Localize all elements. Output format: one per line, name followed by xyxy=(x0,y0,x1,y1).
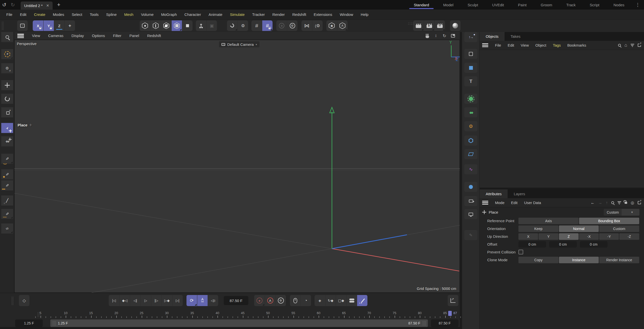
object-manager-menu-item[interactable]: View xyxy=(517,43,532,47)
object-manager-menu-item[interactable]: File xyxy=(492,43,504,47)
layout-overflow-menu-icon[interactable]: ⋮ xyxy=(631,2,644,8)
spline-sketch-icon[interactable] xyxy=(1,223,13,234)
sphere-primitive-icon[interactable] xyxy=(464,94,477,104)
timeline-grip[interactable] xyxy=(11,297,13,305)
history-forward-icon[interactable]: → xyxy=(598,201,602,205)
menu-item[interactable]: Select xyxy=(68,12,86,17)
scale-key-icon[interactable]: ▢◆ xyxy=(336,295,346,306)
orientation-normal-button[interactable]: Normal xyxy=(559,225,599,232)
parameter-key-icon[interactable] xyxy=(346,295,357,306)
orientation-keep-button[interactable]: Keep xyxy=(518,225,558,232)
keying-settings-gear-icon[interactable]: ⚙ xyxy=(275,295,286,306)
menu-item[interactable]: Extensions xyxy=(310,12,336,17)
reference-point-bounding-box-button[interactable]: Bounding Box xyxy=(579,218,639,224)
render-settings-icon[interactable]: ⚙ xyxy=(434,20,445,31)
menu-item[interactable]: Animate xyxy=(205,12,226,17)
live-selection-icon[interactable] xyxy=(1,49,13,59)
add-tab-button[interactable]: + xyxy=(57,2,60,8)
mograph-spline-icon[interactable] xyxy=(464,164,477,174)
camera-selector[interactable]: Default Camera ▾ xyxy=(219,41,259,47)
offset-z-field[interactable]: 0 cm xyxy=(580,241,608,248)
x-axis-lock-button[interactable]: X xyxy=(33,20,43,31)
mode-dropdown[interactable]: Custom ▼ xyxy=(604,209,639,216)
filter-icon[interactable] xyxy=(631,44,634,47)
clone-mode-copy-button[interactable]: Copy xyxy=(518,257,558,263)
attribute-manager-tab[interactable]: Attributes xyxy=(480,189,508,198)
offset-x-field[interactable]: 0 cm xyxy=(518,241,546,248)
search-icon[interactable] xyxy=(611,201,614,204)
viewport-menu-item[interactable]: View xyxy=(28,34,44,38)
object-manager-tab[interactable]: Takes xyxy=(505,32,526,41)
playhead-marker[interactable] xyxy=(448,311,452,316)
view-type-label[interactable]: Perspective xyxy=(17,42,36,46)
layout-tab[interactable]: Groom xyxy=(534,0,559,10)
viewport-menu-item[interactable]: Display xyxy=(67,34,88,38)
workplane-icon[interactable]: ▣ xyxy=(206,20,217,31)
dynamic-place-tool-icon[interactable] xyxy=(1,136,13,146)
range-left-grip[interactable] xyxy=(52,321,56,325)
solo-eye-hexagon-icon[interactable]: ◉ xyxy=(326,20,337,31)
layout-tab[interactable]: UVEdit xyxy=(485,0,511,10)
display-icon[interactable] xyxy=(464,209,477,219)
detach-panel-icon[interactable] xyxy=(638,44,641,47)
dolly-zoom-icon[interactable]: ↕ xyxy=(433,33,439,38)
soft-selection-settings-icon[interactable]: ⚙ xyxy=(287,20,297,31)
lock-icon[interactable] xyxy=(625,202,627,204)
detach-panel-icon[interactable] xyxy=(638,201,641,204)
move-tool-icon[interactable] xyxy=(1,80,13,90)
up-direction-y-button[interactable]: Y xyxy=(539,233,558,240)
layout-tab[interactable]: Sculpt xyxy=(461,0,485,10)
render-view-icon[interactable] xyxy=(413,20,424,31)
panel-divider[interactable] xyxy=(460,32,462,329)
menu-item[interactable]: MoGraph xyxy=(157,12,181,17)
commander-search-icon[interactable] xyxy=(1,32,13,42)
up-direction-neg-z-button[interactable]: -Z xyxy=(619,233,639,240)
search-icon[interactable] xyxy=(618,44,621,47)
home-icon[interactable]: ⌂ xyxy=(624,43,627,48)
redo-icon[interactable]: ↻ xyxy=(9,1,17,9)
goto-end-button[interactable]: ▷| xyxy=(172,295,183,306)
menu-item[interactable]: Tracker xyxy=(248,12,269,17)
camera-object-icon[interactable] xyxy=(464,196,477,206)
previous-frame-button[interactable]: ◁| xyxy=(130,295,140,306)
up-direction-z-button[interactable]: Z xyxy=(559,233,579,240)
layout-tab[interactable]: Standard xyxy=(407,0,436,10)
render-picture-viewer-icon[interactable]: ▶ xyxy=(424,20,434,31)
annotate-pencil-icon[interactable] xyxy=(464,230,477,240)
menu-item[interactable]: Volume xyxy=(137,12,157,17)
record-keyframe-icon[interactable]: ◆ xyxy=(254,295,265,306)
polygons-mode-icon[interactable] xyxy=(161,20,171,31)
spline-rectangle-icon[interactable] xyxy=(1,169,13,179)
place-tool-icon[interactable] xyxy=(1,123,13,133)
uv-plane-icon[interactable] xyxy=(464,149,477,159)
spline-pen-icon[interactable] xyxy=(1,154,13,164)
viewport-menu-item[interactable]: Redshift xyxy=(143,34,165,38)
auto-mode-hexagon-icon[interactable]: A xyxy=(337,20,348,31)
viewport-menu-item[interactable]: Filter xyxy=(109,34,125,38)
points-mode-icon[interactable] xyxy=(140,20,150,31)
target-icon[interactable]: ◎ xyxy=(631,200,634,205)
menu-item[interactable]: Render xyxy=(269,12,288,17)
menu-item[interactable]: Character xyxy=(181,12,205,17)
range-start-field[interactable]: 1.25 F xyxy=(15,319,43,327)
menu-item[interactable]: Simulate xyxy=(226,12,248,17)
cube-primitive-icon[interactable] xyxy=(464,63,477,73)
reference-point-axis-button[interactable]: Axis xyxy=(518,218,579,224)
layout-tab[interactable]: Model xyxy=(436,0,461,10)
generator-gear-icon[interactable] xyxy=(464,121,477,131)
previous-key-button[interactable]: ◆◁ xyxy=(119,295,130,306)
loop-playback-icon[interactable]: ⟳ xyxy=(186,295,197,306)
snap-magnet-icon[interactable] xyxy=(227,20,238,31)
rotation-key-icon[interactable]: ↻◆ xyxy=(325,295,336,306)
toggle-view-panel-icon[interactable] xyxy=(450,34,456,38)
menu-item[interactable]: File xyxy=(3,12,16,17)
clone-mode-instance-button[interactable]: Instance xyxy=(559,257,599,263)
workplane-grid-icon[interactable]: # xyxy=(251,20,262,31)
snap-settings-gear-icon[interactable]: ⚙ xyxy=(238,20,248,31)
document-tab[interactable]: Untitled 2 * ✕ xyxy=(21,2,53,10)
model-mode-icon[interactable] xyxy=(171,20,182,31)
attribute-manager-tab[interactable]: Layers xyxy=(508,189,531,198)
plane-primitive-icon[interactable] xyxy=(464,49,477,59)
frame-selected-icon[interactable]: − xyxy=(17,20,28,31)
array-object-icon[interactable] xyxy=(464,107,477,117)
